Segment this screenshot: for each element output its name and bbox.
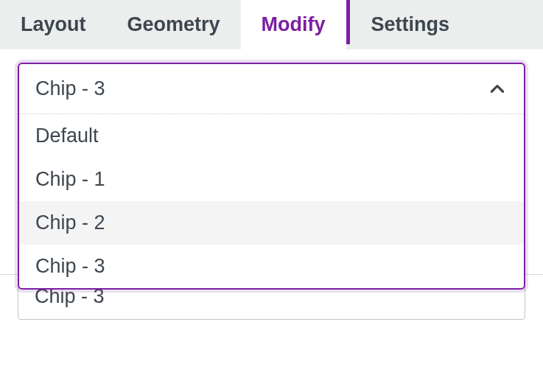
tab-label: Modify [262,13,326,36]
dropdown-option-chip-2[interactable]: Chip - 2 [19,201,524,245]
chevron-up-icon [487,79,508,99]
tab-label: Settings [371,13,450,36]
tab-label: Geometry [127,13,220,36]
tab-layout[interactable]: Layout [0,0,107,49]
chip-dropdown[interactable]: Chip - 3 Default Chip - 1 Chip - 2 Chip … [18,63,525,290]
dropdown-option-chip-1[interactable]: Chip - 1 [19,158,524,201]
dropdown-option-default[interactable]: Default [19,114,524,158]
tab-settings[interactable]: Settings [351,0,471,49]
chip-dropdown-selected: Chip - 3 [35,77,105,100]
chip-dropdown-header[interactable]: Chip - 3 [19,64,524,114]
tab-geometry[interactable]: Geometry [107,0,241,49]
dropdown-option-chip-3[interactable]: Chip - 3 [19,245,524,288]
chip-dropdown-list: Default Chip - 1 Chip - 2 Chip - 3 [19,114,524,288]
dropdown-option-label: Chip - 1 [35,168,105,190]
tab-bar: Layout Geometry Modify Settings [0,0,543,49]
dropdown-option-label: Chip - 3 [35,255,105,277]
dropdown-option-label: Default [35,125,99,147]
tab-label: Layout [21,13,86,36]
dropdown-option-label: Chip - 2 [35,211,105,234]
tab-modify[interactable]: Modify [241,0,346,49]
